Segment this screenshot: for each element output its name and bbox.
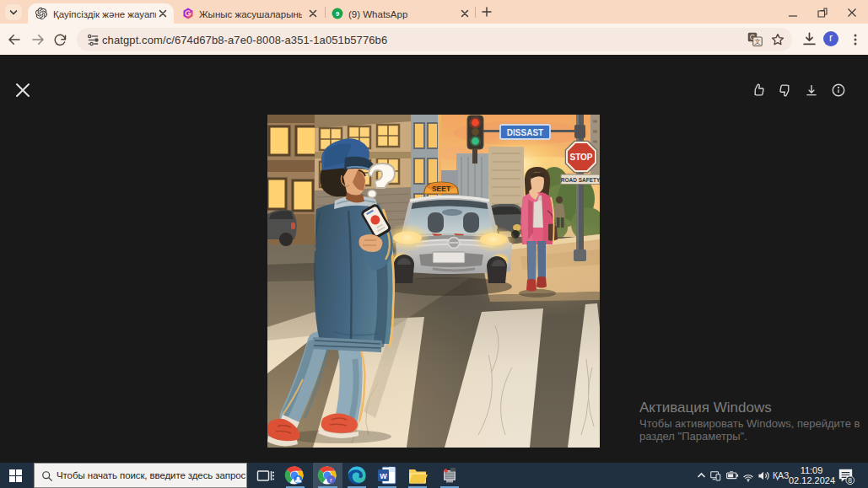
svg-text:8: 8 [848, 476, 852, 485]
svg-text:文: 文 [754, 38, 761, 46]
svg-text:W: W [380, 472, 387, 480]
svg-text:9: 9 [336, 10, 339, 18]
